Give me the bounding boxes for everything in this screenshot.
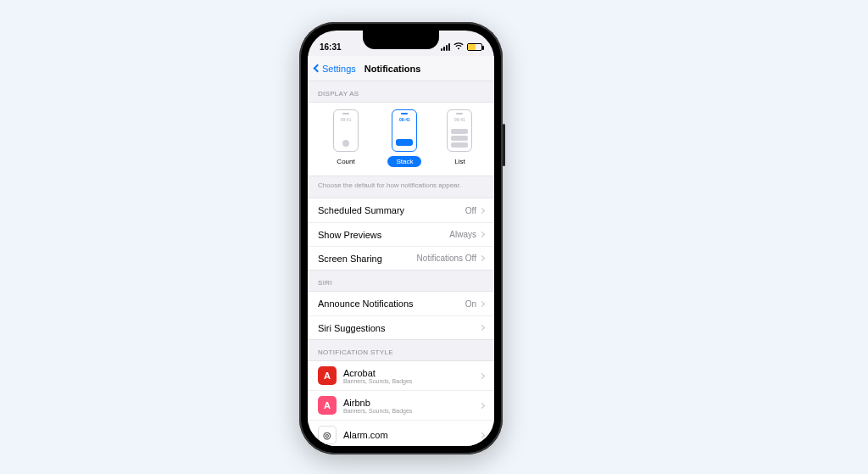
- cellular-icon: [441, 43, 450, 51]
- row-value: On: [465, 299, 476, 309]
- section-header-display-as: DISPLAY AS: [308, 81, 494, 102]
- section-header-notification-style: NOTIFICATION STYLE: [308, 340, 494, 360]
- phone-frame: 16:31 Settings Notifications DISPLAY AS …: [299, 22, 503, 454]
- section-header-siri: SIRI: [308, 270, 494, 291]
- display-as-caption: Choose the default for how notifications…: [308, 176, 494, 198]
- chevron-right-icon: [479, 372, 485, 378]
- notification-style-group: A Acrobat Banners, Sounds, Badges A Airb…: [308, 360, 494, 446]
- row-show-previews[interactable]: Show Previews Always: [308, 222, 494, 246]
- app-name: Airbnb: [343, 398, 473, 408]
- app-name: Acrobat: [343, 368, 473, 378]
- display-as-thumb-list: 09:41: [447, 109, 472, 152]
- status-time: 16:31: [320, 42, 342, 52]
- chevron-right-icon: [479, 325, 485, 331]
- row-label: Show Previews: [318, 230, 381, 240]
- page-title: Notifications: [364, 64, 421, 74]
- app-row-alarm-com[interactable]: ◎ Alarm.com: [308, 420, 494, 446]
- row-value: Off: [465, 206, 476, 215]
- app-sub: Banners, Sounds, Badges: [343, 408, 473, 414]
- row-screen-sharing[interactable]: Screen Sharing Notifications Off: [308, 246, 494, 270]
- row-scheduled-summary[interactable]: Scheduled Summary Off: [308, 198, 494, 222]
- chevron-right-icon: [479, 402, 485, 408]
- nav-header: Settings Notifications: [308, 56, 494, 81]
- chevron-right-icon: [479, 432, 485, 438]
- row-value: Always: [449, 230, 476, 239]
- display-as-label: List: [446, 156, 473, 167]
- row-announce-notifications[interactable]: Announce Notifications On: [308, 292, 494, 315]
- app-name: Alarm.com: [343, 430, 473, 440]
- display-as-option-stack[interactable]: 09:41 Stack: [387, 109, 421, 167]
- display-as-option-count[interactable]: 09:41 Count: [328, 109, 363, 167]
- display-as-label: Count: [328, 156, 363, 167]
- chevron-right-icon: [479, 231, 485, 237]
- battery-icon: [467, 43, 482, 51]
- row-label: Siri Suggestions: [318, 323, 386, 333]
- app-row-acrobat[interactable]: A Acrobat Banners, Sounds, Badges: [308, 361, 494, 390]
- display-as-option-list[interactable]: 09:41 List: [446, 109, 473, 167]
- chevron-right-icon: [479, 255, 485, 261]
- wifi-icon: [453, 42, 464, 52]
- content[interactable]: DISPLAY AS 09:41 Count 09:41 Stack: [308, 81, 494, 446]
- settings-group: Scheduled Summary Off Show Previews Alwa…: [308, 198, 494, 270]
- row-label: Scheduled Summary: [318, 205, 404, 215]
- chevron-left-icon: [314, 64, 322, 73]
- row-siri-suggestions[interactable]: Siri Suggestions: [308, 315, 494, 339]
- row-label: Screen Sharing: [318, 254, 382, 264]
- display-as-thumb-count: 09:41: [333, 109, 359, 152]
- display-as-picker: 09:41 Count 09:41 Stack 09:41: [308, 102, 494, 176]
- back-label: Settings: [322, 64, 356, 74]
- row-value: Notifications Off: [417, 254, 476, 263]
- app-row-airbnb[interactable]: A Airbnb Banners, Sounds, Badges: [308, 390, 494, 420]
- display-as-label: Stack: [387, 156, 421, 167]
- siri-group: Announce Notifications On Siri Suggestio…: [308, 291, 494, 340]
- app-icon: A: [318, 366, 337, 385]
- back-button[interactable]: Settings: [314, 64, 356, 74]
- display-as-thumb-stack: 09:41: [392, 109, 417, 152]
- app-icon: ◎: [318, 426, 337, 444]
- notch: [363, 31, 439, 49]
- chevron-right-icon: [479, 300, 485, 306]
- chevron-right-icon: [479, 207, 485, 213]
- phone-screen: 16:31 Settings Notifications DISPLAY AS …: [308, 31, 494, 446]
- app-sub: Banners, Sounds, Badges: [343, 378, 473, 384]
- row-label: Announce Notifications: [318, 298, 414, 309]
- app-icon: A: [318, 396, 337, 415]
